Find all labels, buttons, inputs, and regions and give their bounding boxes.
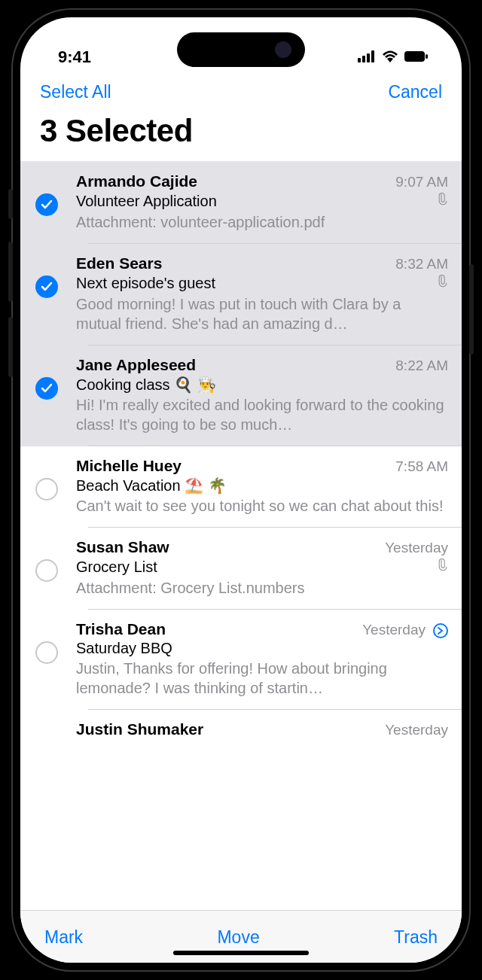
cellular-icon xyxy=(358,47,376,67)
page-title: 3 Selected xyxy=(20,110,462,161)
preview-text: Justin, Thanks for offering! How about b… xyxy=(76,659,448,698)
svg-rect-0 xyxy=(358,58,361,62)
svg-rect-2 xyxy=(367,53,370,62)
subject-label: Grocery List xyxy=(76,558,157,576)
sender-label: Jane Appleseed xyxy=(76,356,196,374)
dynamic-island xyxy=(177,32,305,67)
checkbox-unchecked-icon[interactable] xyxy=(35,559,58,582)
sender-label: Trisha Dean xyxy=(76,620,166,638)
time-label: Yesterday xyxy=(385,722,448,738)
preview-text: Hi! I'm really excited and looking forwa… xyxy=(76,395,448,434)
email-row[interactable]: Justin ShumakerYesterday xyxy=(20,710,462,764)
volume-down-button xyxy=(8,317,13,377)
move-button[interactable]: Move xyxy=(217,927,259,948)
email-row[interactable]: Armando Cajide9:07 AMVolunteer Applicati… xyxy=(20,162,462,244)
email-row[interactable]: Susan ShawYesterdayGrocery ListAttachmen… xyxy=(20,528,462,610)
sender-label: Eden Sears xyxy=(76,254,162,272)
select-all-button[interactable]: Select All xyxy=(40,82,111,102)
wifi-icon xyxy=(382,47,398,67)
subject-label: Cooking class 🍳 👨‍🍳 xyxy=(76,376,216,394)
svg-rect-3 xyxy=(371,50,374,62)
sender-label: Susan Shaw xyxy=(76,538,169,556)
power-button xyxy=(469,264,474,355)
svg-rect-4 xyxy=(404,51,425,62)
mark-button[interactable]: Mark xyxy=(44,927,83,948)
preview-text: Can't wait to see you tonight so we can … xyxy=(76,496,448,516)
checkbox-checked-icon[interactable] xyxy=(35,377,58,400)
sender-label: Armando Cajide xyxy=(76,172,197,190)
preview-text: Attachment: Grocery List.numbers xyxy=(76,578,448,598)
time-label: 8:32 AM xyxy=(395,256,448,272)
time-label: Yesterday xyxy=(362,622,448,638)
email-row[interactable]: Trisha DeanYesterdaySaturday BBQJustin, … xyxy=(20,610,462,710)
checkbox-checked-icon[interactable] xyxy=(35,193,58,216)
preview-text: Attachment: volunteer-application.pdf xyxy=(76,212,448,232)
preview-text: Good morning! I was put in touch with Cl… xyxy=(76,294,448,333)
svg-rect-5 xyxy=(426,54,428,59)
time-label: 9:07 AM xyxy=(395,174,448,190)
checkbox-unchecked-icon[interactable] xyxy=(35,478,58,501)
attachment-icon xyxy=(435,274,448,293)
time-label: 7:58 AM xyxy=(395,458,448,475)
attachment-icon xyxy=(435,192,448,211)
subject-label: Next episode's guest xyxy=(76,275,215,292)
checkbox-unchecked-icon[interactable] xyxy=(35,641,58,664)
phone-frame: 9:41 Select All Cancel 3 Selected Armand… xyxy=(11,8,471,972)
subject-label: Volunteer Application xyxy=(76,193,217,210)
battery-icon xyxy=(404,47,429,67)
trash-button[interactable]: Trash xyxy=(394,927,438,948)
svg-rect-1 xyxy=(362,56,365,62)
home-indicator[interactable] xyxy=(173,951,309,955)
time-label: Yesterday xyxy=(385,540,448,556)
subject-label: Beach Vacation ⛱️ 🌴 xyxy=(76,476,227,495)
status-time: 9:41 xyxy=(58,47,91,67)
checkbox-checked-icon[interactable] xyxy=(35,275,58,298)
email-row[interactable]: Michelle Huey7:58 AMBeach Vacation ⛱️ 🌴C… xyxy=(20,446,462,528)
disclosure-chevron-icon[interactable] xyxy=(430,622,448,638)
volume-up-button xyxy=(8,242,13,302)
time-label: 8:22 AM xyxy=(395,358,448,374)
email-row[interactable]: Jane Appleseed8:22 AMCooking class 🍳 👨‍🍳… xyxy=(20,345,462,446)
cancel-button[interactable]: Cancel xyxy=(388,82,442,102)
email-row[interactable]: Eden Sears8:32 AMNext episode's guestGoo… xyxy=(20,244,462,345)
attachment-icon xyxy=(435,558,448,577)
email-list[interactable]: Armando Cajide9:07 AMVolunteer Applicati… xyxy=(20,161,462,910)
sender-label: Michelle Huey xyxy=(76,457,182,475)
sender-label: Justin Shumaker xyxy=(76,720,203,738)
nav-bar: Select All Cancel xyxy=(20,72,462,110)
subject-label: Saturday BBQ xyxy=(76,640,172,657)
side-button xyxy=(8,189,13,219)
screen: 9:41 Select All Cancel 3 Selected Armand… xyxy=(20,17,462,963)
